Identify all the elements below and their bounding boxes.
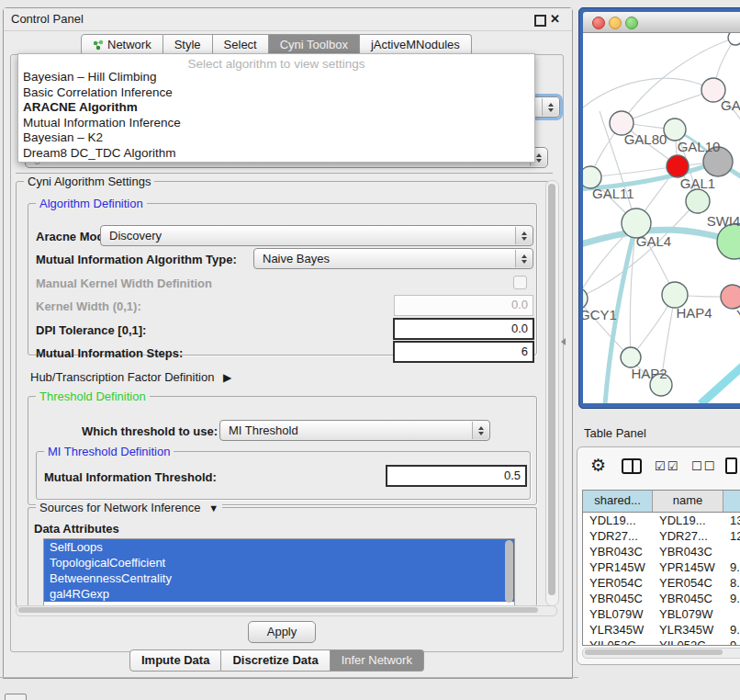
mi-threshold-field[interactable]: 0.5: [386, 465, 527, 487]
kernel-width-field[interactable]: 0.0: [394, 295, 533, 316]
zoom-traffic-icon[interactable]: [625, 17, 638, 29]
node-pink[interactable]: [721, 285, 740, 309]
close-traffic-icon[interactable]: [592, 17, 605, 29]
label-hap2: HAP2: [631, 366, 667, 381]
list-item[interactable]: SelfLoops: [44, 539, 514, 555]
threshold-definition-caption: Threshold Definition: [36, 390, 150, 403]
aracne-mode-combo[interactable]: Discovery: [100, 225, 533, 246]
cyni-algorithm-settings-group: Cyni Algorithm Settings Algorithm Defini…: [16, 181, 550, 607]
desktop: Control Panel ✕ Network Style Select Cyn…: [0, 0, 740, 700]
table-row[interactable]: YBL079WYBL079W: [583, 606, 740, 622]
cyni-settings-caption: Cyni Algorithm Settings: [24, 175, 154, 188]
partial-toolbar-button[interactable]: [5, 694, 27, 700]
mi-steps-label: Mutual Information Steps:: [36, 346, 183, 360]
which-threshold-label: Which threshold to use:: [82, 424, 218, 438]
tab-network-label: Network: [107, 38, 151, 51]
node-gal1[interactable]: [667, 155, 689, 177]
list-item[interactable]: BetweennessCentrality: [44, 570, 514, 586]
dropdown-item[interactable]: Mutual Information Inference: [18, 116, 534, 131]
expand-right-icon: ▶: [218, 371, 231, 384]
aracne-mode-value: Discovery: [109, 229, 162, 243]
float-window-icon[interactable]: [534, 15, 546, 27]
dropdown-item[interactable]: Bayesian – K2: [18, 130, 534, 146]
apply-button[interactable]: Apply: [248, 621, 316, 643]
data-attributes-list[interactable]: SelfLoops TopologicalCoefficient Between…: [43, 538, 515, 606]
bottom-tabs: Impute Data Discretize Data Infer Networ…: [129, 649, 424, 672]
sources-caption[interactable]: Sources for Network Inference ▼: [36, 501, 222, 514]
tab-infer-network[interactable]: Infer Network: [331, 649, 424, 672]
bottom-divider: [0, 677, 578, 678]
tab-style-label: Style: [174, 38, 201, 51]
checked-columns-icon[interactable]: ☑☑: [655, 459, 679, 473]
table-row[interactable]: YBR045CYBR045C9.: [583, 591, 740, 606]
tab-cyni-toolbox-label: Cyni Toolbox: [280, 38, 348, 51]
table-panel: ⚙ ☑☑ ☐☐ shared... name A YDL19...YDL19..…: [577, 446, 740, 665]
algorithm-dropdown-prompt: Select algorithm to view settings: [18, 57, 534, 71]
group-divider: [16, 173, 553, 174]
data-attributes-label: Data Attributes: [34, 522, 119, 536]
network-window-titlebar[interactable]: [583, 12, 740, 33]
label-gal80: GAL80: [624, 131, 667, 147]
column-header-shared-name[interactable]: shared...: [583, 491, 653, 512]
which-threshold-combo[interactable]: MI Threshold: [219, 420, 490, 441]
label-gal1: GAL1: [680, 175, 715, 191]
label-y: Y: [736, 307, 740, 322]
table-row[interactable]: YLR345WYLR345W9.: [583, 622, 740, 638]
minimize-traffic-icon[interactable]: [609, 17, 622, 29]
node-bright-green[interactable]: [717, 224, 740, 259]
mi-type-label: Mutual Information Algorithm Type:: [36, 253, 237, 266]
column-header-third[interactable]: A: [723, 491, 740, 512]
settings-vscrollbar[interactable]: [545, 180, 559, 606]
mi-steps-field[interactable]: 6: [393, 341, 534, 363]
list-scrollbar[interactable]: [505, 540, 513, 603]
network-canvas[interactable]: GAL GAL80 GAL10 GAL1 GAL11 SWI4 GAL4 GCY…: [583, 33, 740, 403]
list-item[interactable]: gal4RGexp: [44, 586, 514, 602]
tab-impute-data[interactable]: Impute Data: [129, 649, 221, 672]
node-hap4[interactable]: [662, 282, 688, 308]
mi-threshold-group: MI Threshold Definition Mutual Informati…: [36, 451, 531, 500]
unchecked-columns-icon[interactable]: ☐☐: [691, 459, 716, 473]
list-item[interactable]: TopologicalCoefficient: [44, 555, 514, 570]
tab-discretize-data[interactable]: Discretize Data: [221, 649, 330, 672]
algorithm-definition-group: Algorithm Definition Aracne Mode: Discov…: [28, 203, 537, 356]
hub-definition-toggle[interactable]: Hub/Transcription Factor Definition ▶: [30, 370, 231, 384]
sources-caption-label: Sources for Network Inference: [39, 501, 201, 514]
new-table-icon[interactable]: [725, 457, 737, 474]
algorithm-definition-caption: Algorithm Definition: [36, 197, 147, 210]
control-panel-titlebar[interactable]: Control Panel ✕: [4, 8, 572, 31]
panel-resize-arrow[interactable]: [561, 338, 566, 345]
gear-icon[interactable]: ⚙: [590, 455, 606, 475]
dropdown-item-selected[interactable]: ARACNE Algorithm: [18, 100, 534, 116]
node-gal10[interactable]: [664, 119, 686, 141]
manual-kernel-checkbox[interactable]: [513, 276, 527, 289]
dropdown-item[interactable]: Bayesian – Hill Climbing: [18, 70, 534, 85]
dpi-tolerance-field[interactable]: 0.0: [393, 318, 534, 340]
mi-type-combo[interactable]: Naive Bayes: [253, 248, 533, 269]
control-panel-title: Control Panel: [11, 12, 84, 26]
table-row[interactable]: YIL052CYIL052C9.: [583, 638, 740, 646]
table-panel-title: Table Panel: [584, 426, 646, 440]
table-row[interactable]: YBR043CYBR043C: [583, 544, 740, 559]
kernel-width-label: Kernel Width (0,1):: [36, 299, 141, 313]
combo-stepper-icon: [472, 422, 488, 439]
node-swi4[interactable]: [686, 189, 710, 213]
tab-discretize-data-label: Discretize Data: [232, 653, 318, 667]
table-hscrollbar[interactable]: [582, 648, 740, 659]
table-row[interactable]: YPR145WYPR145W9.: [583, 559, 740, 575]
dpi-tolerance-label: DPI Tolerance [0,1]:: [36, 323, 146, 337]
column-header-name[interactable]: name: [653, 491, 723, 512]
collapse-down-icon: ▼: [204, 502, 219, 514]
node-partial-top[interactable]: [728, 33, 740, 45]
node-hap2[interactable]: [621, 347, 641, 367]
dropdown-item[interactable]: Basic Correlation Inference: [18, 85, 534, 101]
close-icon[interactable]: ✕: [550, 12, 560, 26]
table-row[interactable]: YDL19...YDL19...13: [583, 513, 740, 528]
table-row[interactable]: YDR27...YDR27...12: [583, 528, 740, 544]
split-columns-icon[interactable]: [622, 458, 642, 474]
settings-hscrollbar[interactable]: [16, 605, 557, 616]
network-view-window: GAL GAL80 GAL10 GAL1 GAL11 SWI4 GAL4 GCY…: [578, 7, 740, 409]
dropdown-item[interactable]: Dream8 DC_TDC Algorithm: [18, 146, 534, 162]
table-row[interactable]: YER054CYER054C8.: [583, 575, 740, 591]
label-gal10: GAL10: [678, 139, 721, 154]
label-swi4: SWI4: [707, 213, 740, 229]
